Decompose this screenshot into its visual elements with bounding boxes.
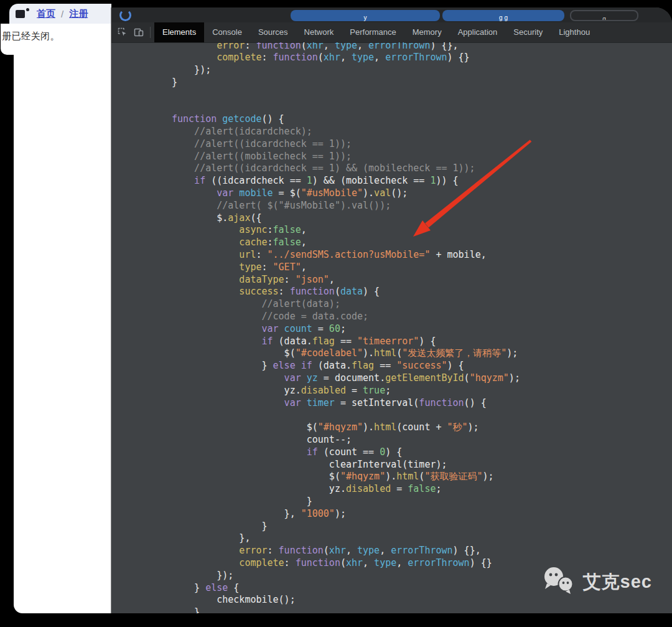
tab-elements[interactable]: Elements bbox=[154, 22, 204, 42]
code-line bbox=[172, 89, 672, 101]
toolbar-divider bbox=[150, 27, 151, 38]
code-line: dataType: "json", bbox=[172, 274, 672, 286]
page-message-panel: 册已经关闭。 bbox=[1, 24, 111, 55]
device-toolbar-icon[interactable] bbox=[134, 27, 144, 37]
code-line: if (data.flag == "timeerror") { bbox=[172, 336, 672, 348]
code-line: url: "../sendSMS.action?usMobile=" + mob… bbox=[172, 249, 672, 262]
code-content: error: function(xhr, type, errorThrown) … bbox=[111, 42, 672, 613]
code-line: } bbox=[172, 496, 672, 508]
page-button-blue-2[interactable]: g g bbox=[442, 10, 564, 21]
code-line: //alert(data); bbox=[172, 298, 672, 311]
link-register[interactable]: 注册 bbox=[69, 8, 88, 20]
code-line: var timer = setInterval(function() { bbox=[172, 397, 672, 410]
devtools-toolbar-icons bbox=[111, 22, 150, 42]
watermark: 艾克sec bbox=[541, 566, 652, 598]
code-line: error: function(xhr, type, errorThrown) … bbox=[172, 42, 672, 52]
code-line: }, "1000"); bbox=[172, 508, 672, 521]
link-home[interactable]: 首页 bbox=[37, 8, 55, 20]
page-message-text: 册已经关闭。 bbox=[2, 31, 60, 42]
code-line: //alert((idcardcheck == 1)); bbox=[172, 138, 672, 151]
code-line: async:false, bbox=[172, 224, 672, 237]
tab-security[interactable]: Security bbox=[505, 22, 551, 42]
code-line bbox=[172, 409, 672, 422]
code-line: success: function(data) { bbox=[172, 286, 672, 298]
tab-memory[interactable]: Memory bbox=[404, 22, 450, 42]
devtools-window: y g g g ElementsCo bbox=[111, 7, 672, 613]
tab-console[interactable]: Console bbox=[204, 22, 250, 42]
tab-application[interactable]: Application bbox=[450, 22, 506, 42]
code-line: } bbox=[172, 521, 672, 533]
code-line: //alert((idcardcheck == 1) && (mobileche… bbox=[172, 163, 672, 175]
tab-performance[interactable]: Performance bbox=[342, 22, 404, 42]
inspect-element-icon[interactable] bbox=[118, 27, 128, 37]
code-line: if ((idcardcheck == 1) && (mobilecheck =… bbox=[172, 175, 672, 187]
code-editor[interactable]: error: function(xhr, type, errorThrown) … bbox=[111, 42, 672, 613]
site-logo-fragment bbox=[16, 8, 29, 19]
page-button-blue-1[interactable]: y bbox=[291, 10, 440, 21]
wechat-icon bbox=[541, 566, 577, 598]
code-line: $("#codelabel").html("发送太频繁了，请稍等"); bbox=[172, 347, 672, 360]
link-separator: / bbox=[61, 9, 63, 19]
tab-sources[interactable]: Sources bbox=[250, 22, 296, 42]
code-line: $("#hqyzm").html("获取验证码"); bbox=[172, 471, 672, 483]
code-line bbox=[172, 101, 672, 113]
tab-lighthou[interactable]: Lighthou bbox=[551, 22, 598, 42]
code-line: var mobile = $("#usMobile").val(); bbox=[172, 187, 672, 200]
breadcrumb: 首页 / 注册 bbox=[37, 8, 88, 20]
watermark-text: 艾克sec bbox=[583, 570, 652, 595]
code-line: if (count == 0) { bbox=[172, 446, 672, 459]
code-line: } bbox=[172, 606, 672, 613]
screenshot-canvas: 首页 / 注册 册已经关闭。 y g g g bbox=[0, 0, 672, 627]
code-line: type: "GET", bbox=[172, 262, 672, 274]
devtools-top-strip: y g g g bbox=[111, 7, 672, 22]
browser-header-band: 首页 / 注册 bbox=[9, 4, 111, 24]
code-line: //alert(idcardcheck); bbox=[172, 126, 672, 138]
code-line: } else if (data.flag == "success") { bbox=[172, 360, 672, 372]
code-line: } bbox=[172, 77, 672, 89]
code-line: yz.disabled = false; bbox=[172, 483, 672, 496]
devtools-tab-bar: ElementsConsoleSourcesNetworkPerformance… bbox=[111, 22, 672, 43]
tab-network[interactable]: Network bbox=[296, 22, 342, 42]
code-line: error: function(xhr, type, errorThrown) … bbox=[172, 545, 672, 557]
code-line: }); bbox=[172, 64, 672, 77]
page-button-outline[interactable]: g bbox=[570, 10, 638, 21]
code-line: clearInterval(timer); bbox=[172, 459, 672, 471]
tab-strip: ElementsConsoleSourcesNetworkPerformance… bbox=[154, 22, 598, 42]
browser-page-body bbox=[14, 55, 111, 613]
code-line: count--; bbox=[172, 434, 672, 446]
code-line: //code = data.code; bbox=[172, 311, 672, 323]
code-line: //alert( $("#usMobile").val()); bbox=[172, 200, 672, 212]
code-line: var yz = document.getElementById("hqyzm"… bbox=[172, 372, 672, 385]
code-line: //alert((mobilecheck == 1)); bbox=[172, 151, 672, 163]
code-line: }, bbox=[172, 532, 672, 545]
code-line: cache:false, bbox=[172, 237, 672, 249]
code-line: $.ajax({ bbox=[172, 212, 672, 225]
code-line: $("#hqyzm").html(count + "秒"); bbox=[172, 422, 672, 434]
loading-spinner-icon bbox=[119, 9, 131, 21]
code-line: var count = 60; bbox=[172, 323, 672, 336]
code-line: complete: function(xhr, type, errorThrow… bbox=[172, 52, 672, 64]
code-line: function getcode() { bbox=[172, 113, 672, 126]
code-line: yz.disabled = true; bbox=[172, 385, 672, 397]
